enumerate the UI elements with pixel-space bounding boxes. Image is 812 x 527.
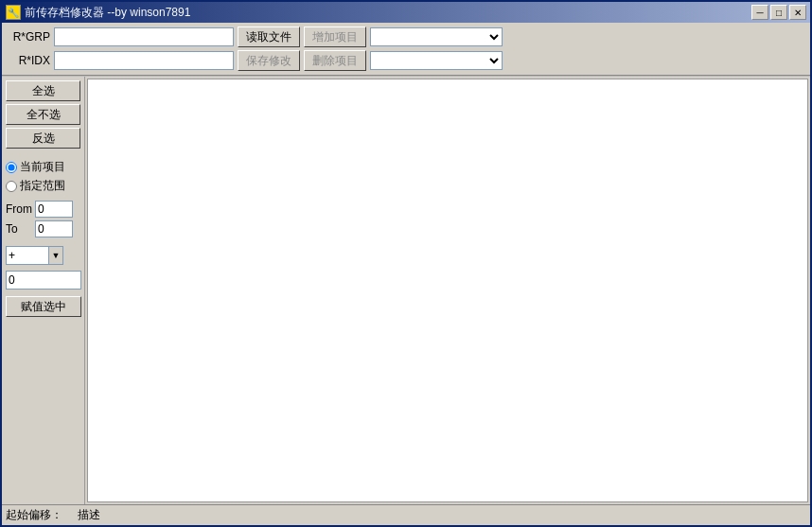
desc-label: 描述 xyxy=(78,507,100,523)
minimize-button[interactable]: ─ xyxy=(751,5,768,20)
combo2-dropdown[interactable] xyxy=(370,51,503,70)
specify-range-radio[interactable] xyxy=(6,181,17,192)
offset-label: 起始偏移： xyxy=(6,507,62,523)
right-content-area[interactable] xyxy=(87,79,808,502)
add-item-button[interactable]: 增加项目 xyxy=(304,26,366,47)
window-title: 前传存档修改器 --by winson7891 xyxy=(25,5,190,21)
selection-buttons: 全选 全不选 反选 xyxy=(6,80,80,149)
operator-combo-wrapper: ▼ xyxy=(6,246,63,265)
to-input[interactable] xyxy=(35,220,73,237)
grp-input[interactable] xyxy=(54,27,234,46)
window-icon: 🔧 xyxy=(6,5,21,20)
titlebar: 🔧 前传存档修改器 --by winson7891 ─ □ ✕ xyxy=(2,2,810,23)
toolbar-line-grp: R*GRP 读取文件 增加项目 xyxy=(8,26,804,47)
specify-range-label: 指定范围 xyxy=(20,178,65,194)
from-input[interactable] xyxy=(35,201,73,218)
specify-range-radio-label[interactable]: 指定范围 xyxy=(6,178,80,194)
toolbar: R*GRP 读取文件 增加项目 R*IDX 保存修改 删除项目 xyxy=(2,23,810,75)
from-to-group: From To xyxy=(6,201,80,237)
select-none-button[interactable]: 全不选 xyxy=(6,104,80,125)
operator-input[interactable] xyxy=(6,246,48,265)
select-all-button[interactable]: 全选 xyxy=(6,80,80,101)
grp-label: R*GRP xyxy=(8,30,50,44)
value-input[interactable] xyxy=(6,271,81,290)
statusbar: 起始偏移： 描述 xyxy=(2,504,810,525)
close-button[interactable]: ✕ xyxy=(789,5,806,20)
titlebar-buttons: ─ □ ✕ xyxy=(751,5,806,20)
idx-label: R*IDX xyxy=(8,54,50,67)
toolbar-inputs: R*GRP 读取文件 增加项目 R*IDX 保存修改 删除项目 xyxy=(8,26,804,71)
toolbar-line-idx: R*IDX 保存修改 删除项目 xyxy=(8,50,804,71)
current-item-radio-label[interactable]: 当前项目 xyxy=(6,159,80,175)
current-item-label: 当前项目 xyxy=(20,159,65,175)
operator-dropdown-btn[interactable]: ▼ xyxy=(48,246,63,265)
maximize-button[interactable]: □ xyxy=(770,5,787,20)
read-file-button[interactable]: 读取文件 xyxy=(238,26,300,47)
from-label: From xyxy=(6,202,32,216)
to-label: To xyxy=(6,222,32,236)
invert-select-button[interactable]: 反选 xyxy=(6,128,80,149)
operator-group: ▼ xyxy=(6,246,80,265)
content-area: R*GRP 读取文件 增加项目 R*IDX 保存修改 删除项目 xyxy=(2,23,810,525)
main-window: 🔧 前传存档修改器 --by winson7891 ─ □ ✕ R*GRP 读取… xyxy=(0,0,812,527)
main-layout: 全选 全不选 反选 当前项目 指定范围 From xyxy=(2,77,810,504)
left-panel: 全选 全不选 反选 当前项目 指定范围 From xyxy=(2,77,85,504)
delete-item-button[interactable]: 删除项目 xyxy=(304,50,366,71)
save-changes-button[interactable]: 保存修改 xyxy=(238,50,300,71)
assign-button[interactable]: 赋值选中 xyxy=(6,296,81,317)
idx-input[interactable] xyxy=(54,51,234,70)
radio-group: 当前项目 指定范围 xyxy=(6,159,80,194)
to-line: To xyxy=(6,220,80,237)
current-item-radio[interactable] xyxy=(6,162,17,173)
from-line: From xyxy=(6,201,80,218)
combo1-dropdown[interactable] xyxy=(370,27,503,46)
